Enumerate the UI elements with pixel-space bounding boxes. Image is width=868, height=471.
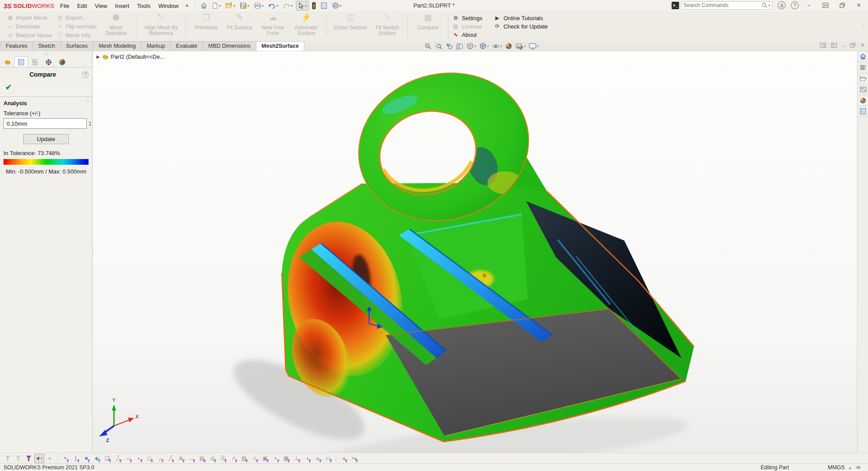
menu-insert[interactable]: Insert	[111, 1, 133, 11]
menu-edit[interactable]: Edit	[73, 1, 91, 11]
minimize-button[interactable]: –	[802, 1, 815, 10]
update-button[interactable]: Update	[23, 134, 69, 144]
previous-view-icon[interactable]	[445, 42, 454, 50]
search-icon[interactable]	[761, 2, 768, 8]
filter-cosmetic-threads[interactable]: ⊥	[292, 454, 302, 463]
filter-connection-points[interactable]: ◑	[302, 454, 312, 463]
filter-sketch-segments[interactable]: ◻	[144, 454, 154, 463]
pin-menu-icon[interactable]: ➤	[184, 2, 191, 9]
dimxpert-manager-tab[interactable]	[42, 57, 55, 67]
select-tool[interactable]: ➤▾	[34, 454, 44, 463]
file-explorer-icon[interactable]	[857, 73, 868, 84]
menu-tools[interactable]: Tools	[133, 1, 154, 11]
feature-manager-tab[interactable]	[1, 57, 14, 67]
search-commands-input[interactable]	[683, 2, 761, 8]
filter-solid-bodies[interactable]: ❏	[102, 454, 112, 463]
fit-sketch-entities-button[interactable]: ⟍Fit Sketch Entities	[370, 13, 404, 40]
design-library-icon[interactable]	[857, 62, 868, 73]
zoom-to-fit-icon[interactable]	[423, 42, 433, 50]
home-button[interactable]	[199, 1, 209, 10]
menu-view[interactable]: View	[91, 1, 111, 11]
filter-faces[interactable]: ■	[81, 454, 91, 463]
pane-left-button[interactable]	[820, 43, 826, 48]
check-for-update-button[interactable]: ⟳Check for Update	[494, 23, 548, 30]
filter-routing-points[interactable]: ⌀	[313, 454, 323, 463]
menu-file[interactable]: File	[56, 1, 73, 11]
analysis-section-header[interactable]: Analysis ˆ	[0, 97, 92, 107]
tree-expand-arrow[interactable]: ▶	[96, 54, 100, 59]
lasso-select[interactable]: ➤	[45, 454, 55, 463]
decimate-button[interactable]: ◐Decimate	[4, 22, 54, 31]
options-gear-button[interactable]: ▾	[331, 1, 343, 10]
cross-section-button[interactable]: ◫Cross-Section	[330, 13, 370, 40]
tolerance-input[interactable]	[4, 118, 87, 129]
tab-mesh-modeling[interactable]: Mesh Modeling	[93, 41, 142, 51]
filter-vertices[interactable]: •	[60, 454, 70, 463]
clear-all-filters[interactable]	[13, 454, 23, 463]
filter-datums[interactable]: ▣	[260, 454, 270, 463]
view-palette-icon[interactable]	[857, 84, 868, 95]
view-settings-icon[interactable]: ▾	[528, 42, 540, 50]
filter-surface-finish[interactable]: √	[249, 454, 260, 463]
tab-mesh2surface[interactable]: Mesh2Surface	[256, 41, 305, 51]
help-button[interactable]: ?	[791, 1, 799, 9]
reduce-noise-button[interactable]: ⊛Reduce Noise	[4, 31, 54, 39]
display-manager-tab[interactable]	[55, 57, 69, 67]
filter-notes[interactable]: ◎	[207, 454, 217, 463]
hide-show-items-icon[interactable]: ▾	[491, 42, 503, 50]
search-options-caret[interactable]: ▾	[768, 4, 770, 7]
filter-annotations[interactable]: ▤	[197, 454, 207, 463]
tab-features[interactable]: Features	[0, 41, 33, 51]
status-units-selector[interactable]: MMGS ▴	[828, 464, 861, 471]
filter-keypoints[interactable]: ◂	[338, 454, 349, 463]
undo-button[interactable]: ▾	[267, 2, 280, 10]
graphics-area[interactable]: Y X Z ▶ Part2 (Default<<De...	[93, 51, 857, 453]
tolerance-spinner[interactable]: ▲▼	[89, 118, 92, 129]
viewport-restore-button[interactable]	[850, 43, 855, 48]
tab-surfaces[interactable]: Surfaces	[60, 41, 93, 51]
mesh-info-button[interactable]: ⓘMesh Info	[54, 31, 100, 39]
viewport-close-button[interactable]: ✕	[861, 42, 864, 48]
license-button[interactable]: ▤License	[452, 23, 482, 30]
primitives-button[interactable]: ❒Primitives	[189, 13, 223, 40]
status-tag-icon[interactable]	[855, 465, 861, 470]
dock-button[interactable]	[819, 1, 832, 10]
tab-sketch[interactable]: Sketch	[32, 41, 60, 51]
toggle-selection-filters[interactable]	[3, 454, 13, 463]
filter-blocks[interactable]: ▦	[281, 454, 291, 463]
filter-edges[interactable]: |	[71, 454, 81, 463]
save-button[interactable]: ▾	[238, 1, 251, 10]
traffic-light-icon[interactable]	[310, 1, 317, 11]
settings-button[interactable]: ⚙Settings	[452, 15, 482, 21]
panel-help-icon[interactable]: ?	[82, 71, 89, 78]
about-button[interactable]: ∿About	[452, 32, 482, 38]
panel-resize-grip[interactable]	[0, 51, 92, 57]
filter-sketch-points[interactable]: ▪	[134, 454, 144, 463]
tab-evaluate[interactable]: Evaluate	[170, 41, 203, 51]
new-document-button[interactable]: ▾	[210, 1, 222, 10]
filter-hatch[interactable]: ▨	[239, 454, 249, 463]
fit-surface-button[interactable]: ✎Fit Surface	[223, 13, 256, 40]
online-tutorials-button[interactable]: ▶Online Tutorials	[494, 15, 548, 21]
import-mesh-button[interactable]: ⬢Import Mesh	[4, 13, 54, 22]
model-3d[interactable]: Y X Z	[93, 51, 857, 453]
filter-midpoints[interactable]: ┌	[155, 454, 165, 463]
filter-planes[interactable]: ▱	[123, 454, 133, 463]
filter-dimensions[interactable]: ↔	[186, 454, 196, 463]
configuration-manager-tab[interactable]	[28, 57, 42, 67]
home-tab-icon[interactable]	[857, 51, 868, 62]
command-prompt-icon[interactable]: >_	[672, 2, 679, 9]
close-button[interactable]: ✕	[852, 1, 865, 10]
feature-tree-root[interactable]: Part2 (Default<<De...	[111, 53, 165, 60]
align-mesh-button[interactable]: ⎋Align Mesh By Reference	[140, 13, 182, 40]
filter-geometric-tolerances[interactable]: ⌖	[270, 454, 281, 463]
open-document-button[interactable]: ▾	[224, 1, 237, 10]
filter-balloons[interactable]: Ⓐ	[218, 454, 228, 463]
search-commands-box[interactable]: ▾	[681, 1, 772, 10]
properties-button[interactable]	[319, 1, 329, 10]
collapse-chevron-icon[interactable]: ˆ	[87, 101, 89, 106]
tab-markup[interactable]: Markup	[141, 41, 171, 51]
zoom-to-area-icon[interactable]	[434, 42, 443, 50]
redo-button[interactable]: ▾	[281, 2, 294, 10]
view-orientation-icon[interactable]: ▾	[466, 42, 477, 50]
